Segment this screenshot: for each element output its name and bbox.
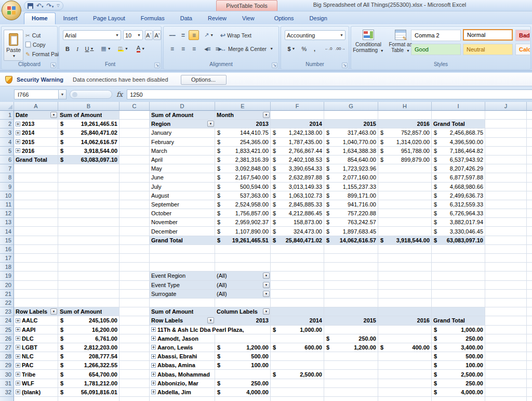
sheet-cell[interactable]: [215, 397, 271, 401]
row-header[interactable]: 15: [0, 236, 14, 245]
column-header[interactable]: C: [119, 102, 150, 111]
sheet-cell[interactable]: 2013: [215, 120, 271, 128]
sheet-cell[interactable]: Sum of Amount: [150, 111, 215, 120]
sheet-cell[interactable]: [14, 236, 58, 245]
row-header[interactable]: 19: [0, 271, 14, 280]
pivot-month-field[interactable]: Month▼: [215, 111, 271, 120]
sheet-cell[interactable]: $4,668,980.66: [432, 183, 485, 191]
sheet-cell[interactable]: [378, 361, 432, 370]
row-header[interactable]: 31: [0, 379, 14, 388]
currency-button[interactable]: $▼: [285, 44, 298, 54]
pivot-rowlabels-field[interactable]: Row Labels▼: [150, 316, 215, 325]
sheet-cell[interactable]: Abassi, Ebrahi: [150, 352, 215, 361]
sheet-cell[interactable]: [527, 271, 532, 280]
sheet-cell[interactable]: [378, 263, 432, 271]
sheet-cell[interactable]: [324, 281, 378, 290]
sheet-cell[interactable]: 2013: [215, 316, 271, 325]
row-header[interactable]: 14: [0, 227, 14, 236]
sheet-cell[interactable]: 2016: [378, 120, 432, 128]
sheet-cell[interactable]: $1,833,421.00: [215, 147, 271, 156]
sheet-cell[interactable]: $6,761.00: [58, 334, 119, 343]
expand-icon[interactable]: [16, 148, 20, 153]
sheet-cell[interactable]: $899,171.00: [324, 191, 378, 200]
sheet-cell[interactable]: [150, 245, 215, 254]
sheet-cell[interactable]: [324, 245, 378, 254]
sheet-cell[interactable]: Grand Total: [150, 236, 215, 245]
sheet-cell[interactable]: [119, 361, 150, 370]
sheet-cell[interactable]: [324, 307, 378, 316]
column-header[interactable]: G: [324, 102, 378, 111]
sheet-cell[interactable]: [119, 245, 150, 254]
align-middle-button[interactable]: =: [178, 30, 188, 40]
sheet-cell[interactable]: December: [150, 227, 215, 236]
row-header[interactable]: 30: [0, 370, 14, 379]
sheet-cell[interactable]: $8,207,426.29: [432, 164, 485, 173]
orientation-button[interactable]: ↗▼: [202, 30, 216, 40]
sheet-cell[interactable]: [527, 334, 532, 343]
dropdown-icon[interactable]: ▼: [263, 273, 270, 279]
sheet-cell[interactable]: [58, 218, 119, 227]
sheet-cell[interactable]: [485, 299, 527, 307]
expand-icon[interactable]: [16, 139, 20, 144]
sheet-cell[interactable]: $100.00: [215, 361, 271, 370]
cut-button[interactable]: ✂ Cut: [25, 31, 41, 40]
sheet-cell[interactable]: [527, 361, 532, 370]
sheet-cell[interactable]: [527, 138, 532, 147]
sheet-cell[interactable]: [527, 254, 532, 263]
sheet-cell[interactable]: [14, 227, 58, 236]
sheet-cell[interactable]: [378, 326, 432, 334]
sheet-cell[interactable]: [119, 370, 150, 379]
align-center-button[interactable]: ≡: [178, 44, 188, 54]
expand-icon[interactable]: [16, 327, 20, 332]
sheet-cell[interactable]: $3,918,544.00: [378, 236, 432, 245]
row-header[interactable]: 21: [0, 290, 14, 299]
sheet-cell[interactable]: [58, 200, 119, 209]
sheet-cell[interactable]: [527, 128, 532, 137]
sheet-cell[interactable]: $63,083,097.10: [58, 156, 119, 164]
sheet-cell[interactable]: [485, 379, 527, 388]
sheet-cell[interactable]: [527, 200, 532, 209]
dropdown-icon[interactable]: ▼: [263, 308, 270, 315]
sheet-cell[interactable]: [485, 361, 527, 370]
paste-button[interactable]: Paste ▼: [4, 30, 23, 61]
style-normal[interactable]: Normal: [463, 29, 513, 41]
sheet-cell[interactable]: [324, 299, 378, 307]
sheet-cell[interactable]: 2016: [14, 147, 58, 156]
sheet-cell[interactable]: [14, 191, 58, 200]
sheet-cell[interactable]: 2015: [14, 138, 58, 147]
sheet-cell[interactable]: [324, 361, 378, 370]
sheet-cell[interactable]: [485, 307, 527, 316]
tab-review[interactable]: Review: [200, 12, 234, 24]
sheet-cell[interactable]: [527, 173, 532, 182]
sheet-cell[interactable]: $1,000.00: [271, 326, 324, 334]
sheet-cell[interactable]: WLF: [14, 379, 58, 388]
sheet-cell[interactable]: [14, 281, 58, 290]
sheet-cell[interactable]: [14, 173, 58, 182]
tab-view[interactable]: View: [234, 12, 262, 24]
sheet-cell[interactable]: [378, 200, 432, 209]
sheet-cell[interactable]: $1,787,435.00: [271, 138, 324, 147]
sheet-cell[interactable]: [14, 299, 58, 307]
sheet-cell[interactable]: [527, 156, 532, 164]
expand-icon[interactable]: [16, 345, 20, 350]
sheet-cell[interactable]: Abbas, Mohammad: [150, 370, 215, 379]
sheet-cell[interactable]: [378, 218, 432, 227]
sheet-cell[interactable]: [485, 120, 527, 128]
sheet-cell[interactable]: [485, 227, 527, 236]
sheet-cell[interactable]: [271, 307, 324, 316]
sheet-cell[interactable]: [58, 271, 119, 280]
sheet-cell[interactable]: [378, 334, 432, 343]
sheet-cell[interactable]: Grand Total: [432, 316, 485, 325]
sheet-cell[interactable]: November: [150, 218, 215, 227]
sheet-cell[interactable]: [119, 138, 150, 147]
sheet-cell[interactable]: [378, 299, 432, 307]
style-bad[interactable]: Bad: [515, 30, 530, 41]
sheet-cell[interactable]: $100.00: [432, 361, 485, 370]
wrap-text-button[interactable]: ↩ Wrap Text: [220, 30, 274, 40]
sheet-cell[interactable]: $654,700.00: [58, 370, 119, 379]
expand-icon[interactable]: [16, 390, 20, 394]
sheet-cell[interactable]: [271, 290, 324, 299]
sheet-cell[interactable]: [119, 156, 150, 164]
name-box[interactable]: I766: [14, 89, 59, 99]
filter-label[interactable]: Surrogate: [150, 290, 215, 299]
